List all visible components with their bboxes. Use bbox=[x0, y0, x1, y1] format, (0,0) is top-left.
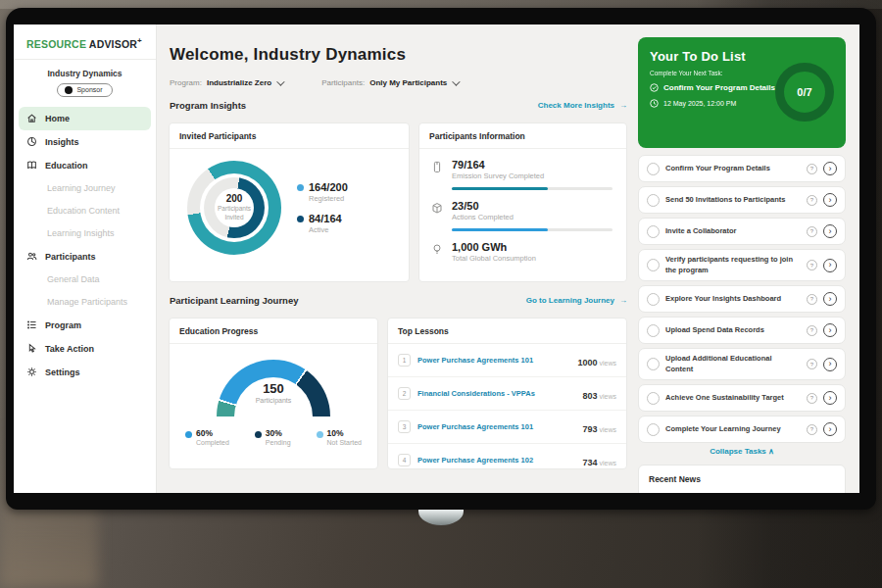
sidebar-item-manage-participants[interactable]: Manage Participants bbox=[14, 291, 156, 314]
task-row[interactable]: Upload Additional Educational Content ? … bbox=[638, 348, 846, 380]
clipboard-icon bbox=[431, 159, 443, 180]
gauge-center-text: 150 Participants bbox=[217, 381, 330, 404]
task-checkbox[interactable] bbox=[647, 194, 660, 207]
task-row[interactable]: Complete Your Learning Journey ? › bbox=[638, 416, 846, 443]
monitor-bezel: RESOURCE ADVISOR+ Industry Dynamics Spon… bbox=[6, 8, 876, 510]
sidebar-item-participants[interactable]: Participants bbox=[14, 245, 156, 269]
invited-participants-chart-area: 200 Participants Invited 164/200 Registe bbox=[170, 149, 409, 265]
sidebar-item-insights[interactable]: Insights bbox=[14, 130, 156, 154]
task-checkbox[interactable] bbox=[647, 392, 660, 405]
invited-total-label: Participants Invited bbox=[211, 205, 258, 222]
info-icon[interactable]: ? bbox=[807, 359, 817, 369]
main-content: Welcome, Industry Dynamics Program: Indu… bbox=[157, 24, 639, 493]
task-row[interactable]: Invite a Collaborator ? › bbox=[638, 218, 846, 245]
chevron-right-button[interactable]: › bbox=[823, 323, 837, 337]
invited-total-value: 200 bbox=[226, 193, 243, 204]
chevron-right-button[interactable]: › bbox=[823, 259, 837, 272]
task-row[interactable]: Upload Spend Data Records ? › bbox=[638, 317, 846, 344]
sidebar: RESOURCE ADVISOR+ Industry Dynamics Spon… bbox=[14, 24, 157, 493]
card-title: Education Progress bbox=[170, 318, 377, 344]
go-to-learning-journey-link[interactable]: Go to Learning Journey → bbox=[526, 296, 627, 305]
todo-task-list: Confirm Your Program Details ? › Send 50… bbox=[638, 155, 846, 493]
task-checkbox[interactable] bbox=[647, 163, 660, 175]
task-row[interactable]: Send 50 Invitations to Participants ? › bbox=[638, 186, 846, 214]
chevron-right-button[interactable]: › bbox=[823, 162, 837, 175]
sidebar-item-education[interactable]: Education bbox=[14, 154, 156, 177]
people-icon bbox=[26, 251, 37, 262]
sidebar-item-education-content[interactable]: Education Content bbox=[14, 200, 156, 222]
lesson-row[interactable]: 1 Power Purchase Agreements 101 1000view… bbox=[388, 344, 626, 377]
chevron-right-button[interactable]: › bbox=[823, 422, 837, 436]
arrow-right-icon: → bbox=[619, 296, 627, 305]
task-checkbox[interactable] bbox=[647, 225, 660, 238]
filters-row: Program: Industrialize Zero Participants… bbox=[170, 78, 458, 87]
lesson-link[interactable]: Power Purchase Agreements 101 bbox=[417, 356, 570, 365]
home-icon bbox=[26, 113, 37, 123]
todo-panel: Your To Do List Complete Your Next Task:… bbox=[638, 37, 846, 148]
sidebar-item-learning-journey[interactable]: Learning Journey bbox=[14, 177, 156, 200]
legend-item-active: 84/164 Active bbox=[297, 213, 348, 234]
recent-news-card: Recent News bbox=[638, 465, 846, 493]
info-icon[interactable]: ? bbox=[807, 226, 817, 237]
legend-item-registered: 164/200 Registered bbox=[297, 181, 348, 203]
section-title: Participant Learning Journey bbox=[170, 295, 298, 306]
task-checkbox[interactable] bbox=[647, 358, 660, 370]
lightbulb-icon bbox=[431, 241, 443, 263]
task-row[interactable]: Confirm Your Program Details ? › bbox=[638, 155, 846, 182]
lesson-row[interactable]: 2 Financial Considerations - VPPAs 803vi… bbox=[388, 377, 626, 411]
lesson-row[interactable]: 4 Power Purchase Agreements 102 734views bbox=[388, 444, 626, 469]
info-icon[interactable]: ? bbox=[807, 294, 817, 305]
sidebar-item-learning-insights[interactable]: Learning Insights bbox=[14, 222, 156, 245]
todo-column: Your To Do List Complete Your Next Task:… bbox=[638, 24, 846, 493]
task-checkbox[interactable] bbox=[647, 423, 660, 436]
brand-plus: + bbox=[137, 36, 142, 45]
top-lessons-card: Top Lessons 1 Power Purchase Agreements … bbox=[387, 318, 627, 469]
info-icon[interactable]: ? bbox=[807, 164, 817, 174]
chevron-right-button[interactable]: › bbox=[823, 193, 837, 207]
info-icon[interactable]: ? bbox=[807, 424, 817, 435]
info-icon[interactable]: ? bbox=[807, 195, 817, 206]
participants-dropdown-value: Only My Participants bbox=[369, 78, 447, 87]
participants-dropdown[interactable]: Participants: Only My Participants bbox=[321, 78, 458, 87]
invited-participants-donut: 200 Participants Invited bbox=[187, 161, 281, 255]
monitor-stand bbox=[418, 510, 464, 525]
task-row[interactable]: Explore Your Insights Dashboard ? › bbox=[638, 285, 846, 313]
legend-dot bbox=[185, 431, 192, 438]
chevron-right-button[interactable]: › bbox=[823, 358, 837, 371]
cursor-click-icon bbox=[26, 343, 37, 354]
chevron-right-button[interactable]: › bbox=[823, 292, 837, 306]
list-icon bbox=[26, 319, 37, 330]
lesson-link[interactable]: Power Purchase Agreements 102 bbox=[417, 456, 575, 465]
sidebar-item-home[interactable]: Home bbox=[19, 107, 151, 130]
sidebar-item-general-data[interactable]: General Data bbox=[14, 269, 156, 291]
sidebar-item-program[interactable]: Program bbox=[14, 314, 156, 337]
recent-news-title: Recent News bbox=[649, 474, 835, 484]
lesson-link[interactable]: Financial Considerations - VPPAs bbox=[417, 389, 575, 398]
info-icon[interactable]: ? bbox=[807, 260, 817, 270]
lesson-row[interactable]: 3 Power Purchase Agreements 101 793views bbox=[388, 411, 626, 444]
lesson-rank: 2 bbox=[398, 387, 411, 400]
legend-dot bbox=[317, 431, 323, 438]
task-checkbox[interactable] bbox=[647, 293, 660, 306]
lesson-link[interactable]: Power Purchase Agreements 101 bbox=[417, 422, 575, 431]
clock-icon bbox=[650, 99, 659, 108]
chevron-right-button[interactable]: › bbox=[823, 224, 837, 238]
collapse-tasks-link[interactable]: Collapse Tasks ∧ bbox=[638, 447, 846, 456]
legend-item-completed: 60% Completed bbox=[185, 428, 229, 446]
dashboard-screen: RESOURCE ADVISOR+ Industry Dynamics Spon… bbox=[14, 24, 859, 493]
task-checkbox[interactable] bbox=[647, 259, 660, 271]
task-row[interactable]: Achieve One Sustainability Target ? › bbox=[638, 384, 846, 412]
donut-center-text: 200 Participants Invited bbox=[187, 161, 281, 255]
check-more-insights-link[interactable]: Check More Insights → bbox=[538, 101, 627, 110]
check-circle-icon bbox=[650, 83, 659, 92]
lesson-rank: 4 bbox=[398, 454, 411, 466]
legend-dot bbox=[297, 216, 304, 222]
task-row[interactable]: Verify participants requesting to join t… bbox=[638, 249, 846, 281]
task-checkbox[interactable] bbox=[647, 324, 660, 337]
sidebar-item-settings[interactable]: Settings bbox=[14, 361, 156, 384]
sidebar-item-take-action[interactable]: Take Action bbox=[14, 337, 156, 361]
chevron-right-button[interactable]: › bbox=[823, 391, 837, 405]
info-icon[interactable]: ? bbox=[807, 325, 817, 336]
info-icon[interactable]: ? bbox=[807, 393, 817, 404]
program-dropdown[interactable]: Program: Industrialize Zero bbox=[170, 78, 282, 87]
